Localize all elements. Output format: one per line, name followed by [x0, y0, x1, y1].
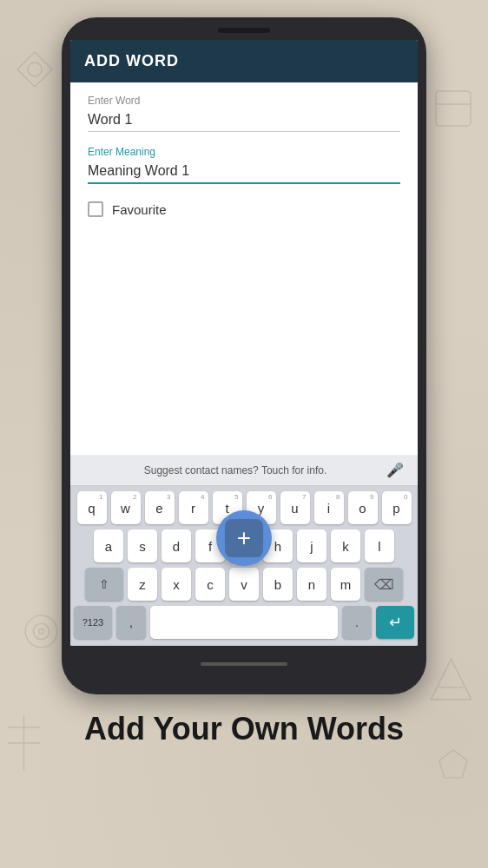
key-i[interactable]: 8i	[314, 491, 344, 524]
meaning-field-value[interactable]: Meaning Word 1	[88, 163, 400, 184]
shift-key[interactable]: ⇧	[85, 568, 123, 601]
phone-frame: ADD WORD Enter Word Word 1 Enter Meaning…	[62, 17, 426, 694]
add-fab-button[interactable]: +	[216, 510, 272, 566]
enter-key[interactable]: ↵	[376, 606, 414, 639]
meaning-field-label: Enter Meaning	[88, 146, 400, 158]
period-key[interactable]: .	[342, 606, 372, 639]
comma-key[interactable]: ,	[116, 606, 146, 639]
key-row-3: ⇧ z x c v b n m ⌫	[74, 568, 414, 601]
key-v[interactable]: v	[229, 568, 259, 601]
key-j[interactable]: j	[297, 529, 326, 562]
key-z[interactable]: z	[128, 568, 157, 601]
key-row-4: ?123 , . ↵	[74, 606, 414, 644]
phone-bottom	[201, 651, 287, 677]
key-l[interactable]: l	[365, 529, 394, 562]
form-area: Enter Word Word 1 Enter Meaning Meaning …	[70, 82, 418, 455]
favourite-label: Favourite	[112, 202, 167, 217]
app-header: ADD WORD	[70, 40, 418, 82]
suggestion-text: Suggest contact names? Touch for info.	[84, 464, 386, 477]
key-s[interactable]: s	[128, 529, 157, 562]
key-b[interactable]: b	[263, 568, 293, 601]
home-bar[interactable]	[201, 662, 287, 666]
app-title: ADD WORD	[84, 52, 179, 70]
key-u[interactable]: 7u	[280, 491, 310, 524]
word-field-value[interactable]: Word 1	[88, 112, 400, 132]
svg-rect-1	[436, 91, 471, 126]
numbers-key[interactable]: ?123	[74, 606, 112, 639]
favourite-checkbox[interactable]	[88, 201, 103, 217]
speaker-top	[218, 28, 270, 33]
key-o[interactable]: 9o	[348, 491, 378, 524]
fab-inner: +	[225, 519, 263, 557]
suggestion-bar[interactable]: Suggest contact names? Touch for info. 🎤	[70, 455, 418, 486]
key-d[interactable]: d	[162, 529, 191, 562]
bottom-tagline: Add Your Own Words	[67, 710, 421, 747]
key-q[interactable]: 1q	[77, 491, 107, 524]
svg-marker-10	[439, 750, 467, 778]
key-m[interactable]: m	[331, 568, 360, 601]
word-field-label: Enter Word	[88, 95, 400, 107]
key-e[interactable]: 3e	[145, 491, 175, 524]
svg-point-0	[28, 62, 42, 76]
key-p[interactable]: 0p	[382, 491, 412, 524]
key-k[interactable]: k	[331, 529, 360, 562]
backspace-key[interactable]: ⌫	[365, 568, 403, 601]
key-c[interactable]: c	[195, 568, 225, 601]
key-a[interactable]: a	[94, 529, 123, 562]
space-key[interactable]	[150, 606, 338, 639]
svg-point-5	[39, 629, 44, 635]
key-x[interactable]: x	[162, 568, 191, 601]
key-r[interactable]: 4r	[179, 491, 208, 524]
key-n[interactable]: n	[297, 568, 326, 601]
mic-icon[interactable]: 🎤	[386, 462, 404, 478]
key-w[interactable]: 2w	[111, 491, 141, 524]
svg-point-3	[25, 615, 57, 648]
fab-plus-icon: +	[237, 526, 251, 550]
svg-point-4	[33, 623, 49, 639]
favourite-row[interactable]: Favourite	[88, 201, 400, 217]
